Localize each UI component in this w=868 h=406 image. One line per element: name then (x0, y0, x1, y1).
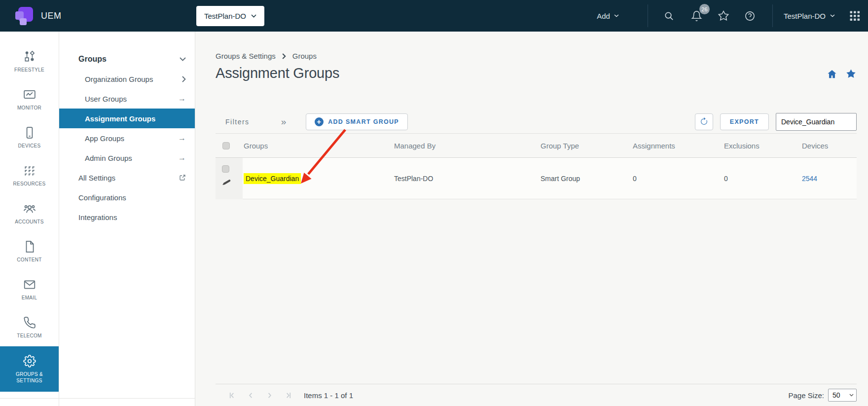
phone-handset-icon (23, 316, 36, 329)
submenu-item-label: Integrations (78, 213, 117, 221)
add-menu-button[interactable]: Add (597, 12, 619, 20)
column-header-assignments[interactable]: Assignments (632, 142, 723, 150)
primary-sidebar: FREESTYLE MONITOR DEVICES RESOURCES ACCO… (0, 32, 59, 406)
sidebar-item-content[interactable]: CONTENT (0, 232, 59, 270)
breadcrumb-groups[interactable]: Groups (292, 52, 317, 60)
help-icon[interactable] (743, 8, 758, 23)
page-title: Assignment Groups (216, 65, 339, 81)
account-menu-label: TestPlan-DO (784, 12, 826, 20)
notifications-bell-icon[interactable]: 26 (689, 8, 704, 23)
sidebar-item-monitor[interactable]: MONITOR (0, 80, 59, 118)
column-header-group-type[interactable]: Group Type (540, 142, 632, 150)
top-bar-divider (772, 4, 773, 27)
sidebar-item-accounts[interactable]: ACCOUNTS (0, 194, 59, 232)
sidebar-bottom-divider (0, 398, 195, 399)
page-size-value: 50 (832, 391, 840, 399)
cell-assignments: 0 (632, 175, 723, 183)
submenu-item-label: Configurations (78, 193, 126, 202)
top-bar-actions: Add 26 TestPlan-DO (597, 4, 868, 27)
submenu-item-all-settings[interactable]: All Settings (59, 168, 195, 187)
column-header-exclusions[interactable]: Exclusions (723, 142, 801, 150)
submenu-item-user-groups[interactable]: User Groups → (59, 89, 195, 109)
product-name: UEM (41, 11, 62, 21)
last-page-icon[interactable] (285, 392, 292, 399)
title-row: Assignment Groups (216, 65, 857, 81)
submenu-item-configurations[interactable]: Configurations (59, 187, 195, 207)
brand: UEM (0, 5, 196, 26)
app-launcher-grid-icon[interactable] (850, 11, 860, 21)
submenu-item-app-groups[interactable]: App Groups → (59, 128, 195, 148)
sidebar-item-label: CONTENT (17, 257, 41, 263)
select-all-checkbox[interactable] (222, 142, 230, 149)
edit-pencil-icon[interactable] (222, 179, 232, 185)
global-search-icon[interactable] (662, 8, 677, 23)
filters-expand-icon[interactable]: » (281, 117, 287, 126)
uem-console: UEM TestPlan-DO Add 26 (0, 0, 868, 406)
chevron-down-icon (180, 57, 186, 61)
submenu-item-label: Assignment Groups (85, 114, 155, 123)
chevron-down-icon (614, 14, 619, 17)
organization-group-selector[interactable]: TestPlan-DO (196, 6, 264, 26)
filters-toggle[interactable]: Filters (216, 118, 250, 126)
arrow-right-icon: → (178, 94, 186, 103)
submenu-item-admin-groups[interactable]: Admin Groups → (59, 148, 195, 168)
devices-count-link[interactable]: 2544 (802, 175, 817, 183)
home-icon[interactable] (827, 69, 837, 79)
envelope-icon (23, 278, 36, 291)
pagination (228, 392, 292, 399)
sidebar-item-label: EMAIL (22, 295, 37, 301)
sidebar-item-email[interactable]: EMAIL (0, 270, 59, 308)
arrow-right-icon: → (178, 153, 186, 162)
row-checkbox[interactable] (222, 165, 229, 173)
account-menu-button[interactable]: TestPlan-DO (784, 12, 835, 20)
submenu-item-organization-groups[interactable]: Organization Groups (59, 69, 195, 89)
submenu-header-label: Groups (78, 55, 107, 64)
submenu-header-groups[interactable]: Groups (59, 49, 195, 69)
cell-managed-by: TestPlan-DO (393, 175, 540, 183)
favorites-star-icon[interactable] (716, 8, 731, 23)
column-header-managed-by[interactable]: Managed By (393, 142, 540, 150)
plus-circle-icon: + (315, 117, 324, 126)
sidebar-item-devices[interactable]: DEVICES (0, 118, 59, 156)
export-button[interactable]: EXPORT (720, 113, 769, 130)
sidebar-item-freestyle[interactable]: FREESTYLE (0, 42, 59, 80)
sidebar-item-label: MONITOR (17, 105, 41, 111)
breadcrumb-chevron-icon (282, 53, 286, 59)
breadcrumb: Groups & Settings Groups (216, 52, 857, 60)
first-page-icon[interactable] (228, 392, 236, 399)
sidebar-item-label: GROUPS & SETTINGS (8, 371, 51, 384)
export-label: EXPORT (730, 118, 759, 125)
cell-group-type: Smart Group (540, 175, 632, 183)
chevron-down-icon (830, 14, 835, 17)
sidebar-item-label: TELECOM (17, 332, 41, 339)
highlighted-group-link[interactable]: Device_Guardian (244, 173, 301, 184)
sidebar-item-resources[interactable]: RESOURCES (0, 156, 59, 194)
top-bar: UEM TestPlan-DO Add 26 (0, 0, 868, 32)
sidebar-item-groups-settings[interactable]: GROUPS & SETTINGS (0, 346, 59, 392)
page-size-select[interactable]: 50 (828, 389, 857, 402)
workspace-one-logo-icon[interactable] (15, 5, 35, 26)
arrow-right-icon: → (178, 134, 186, 143)
submenu-item-label: Admin Groups (85, 154, 132, 162)
refresh-button[interactable] (695, 113, 713, 130)
next-page-icon[interactable] (266, 392, 273, 399)
previous-page-icon[interactable] (247, 392, 254, 399)
assignment-groups-table: Groups Managed By Group Type Assignments… (216, 134, 857, 199)
sidebar-item-telecom[interactable]: TELECOM (0, 308, 59, 346)
favorite-star-icon[interactable] (845, 68, 857, 79)
breadcrumb-groups-settings[interactable]: Groups & Settings (216, 52, 276, 60)
sidebar-item-label: DEVICES (18, 143, 40, 149)
list-toolbar: Filters » + ADD SMART GROUP EXPORT (216, 110, 857, 134)
list-search-input[interactable] (776, 113, 857, 131)
submenu-item-assignment-groups[interactable]: Assignment Groups (59, 109, 195, 128)
add-smart-group-button[interactable]: + ADD SMART GROUP (306, 113, 408, 130)
submenu-item-integrations[interactable]: Integrations (59, 207, 195, 227)
sidebar-item-label: ACCOUNTS (15, 219, 44, 225)
column-header-groups[interactable]: Groups (243, 142, 393, 150)
external-link-icon (179, 174, 186, 181)
column-header-devices[interactable]: Devices (801, 142, 857, 150)
page-size-label: Page Size: (788, 391, 824, 400)
main-content: Groups & Settings Groups Assignment Grou… (195, 32, 868, 406)
mobile-device-icon (23, 126, 36, 139)
refresh-icon (700, 117, 708, 126)
